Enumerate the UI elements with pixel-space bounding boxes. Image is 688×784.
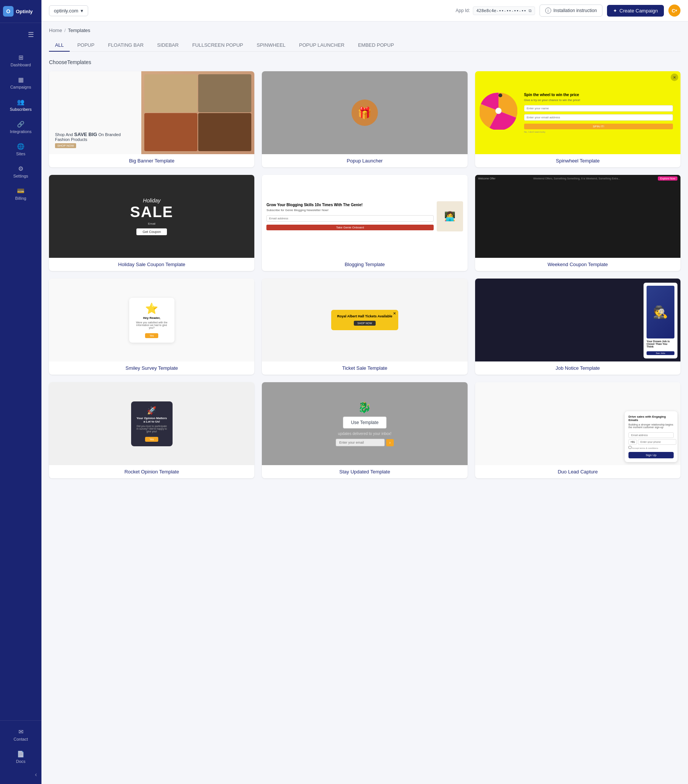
sidebar-item-sites[interactable]: 🌐 Sites (0, 138, 41, 161)
template-name: Popup Launcher (262, 154, 467, 167)
sidebar-item-dashboard[interactable]: ⊞ Dashboard (0, 49, 41, 72)
template-card-job-notice[interactable]: 🕵️ Your Dream Job is Closer Than You Thi… (475, 278, 680, 375)
template-name: Stay Updated Template (262, 465, 467, 478)
sidebar-item-docs[interactable]: 📄 Docs (0, 746, 41, 768)
content-area: Home / Templates ALL POPUP FLOATING BAR … (41, 21, 688, 784)
breadcrumb: Home / Templates (49, 28, 680, 33)
tab-embed-popup[interactable]: EMBED POPUP (352, 39, 400, 52)
tab-popup[interactable]: POPUP (71, 39, 100, 52)
breadcrumb-current: Templates (68, 28, 90, 33)
tab-spinwheel[interactable]: SPINWHEEL (250, 39, 291, 52)
logo-icon: O (3, 6, 13, 16)
template-name: Blogging Template (262, 258, 467, 271)
use-template-button[interactable]: Use Template (127, 209, 177, 223)
template-name: Rocket Opinion Template (49, 465, 254, 478)
template-name: Weekend Coupon Template (475, 258, 680, 271)
sidebar-item-contact[interactable]: ✉ Contact (0, 724, 41, 746)
domain-text: optinly.com (54, 8, 78, 13)
use-template-button[interactable]: Use Template (553, 313, 603, 327)
template-card-stay-updated[interactable]: 🐉 Use Template updates delivered to your… (262, 382, 467, 478)
sidebar-bottom: ✉ Contact 📄 Docs ‹ (0, 720, 41, 784)
sidebar-item-subscribers[interactable]: 👥 Subscribers (0, 94, 41, 116)
docs-icon: 📄 (17, 751, 25, 758)
sidebar-nav: ⊞ Dashboard ▦ Campaigns 👥 Subscribers 🔗 … (0, 46, 41, 720)
template-preview-duo-lead: Drive sales with Engaging Emails Buildin… (475, 382, 680, 465)
use-template-button[interactable]: Use Template (553, 209, 603, 223)
template-card-weekend-coupon[interactable]: Welcome Offer Weekend Offers, Something … (475, 175, 680, 271)
template-preview-stay-updated: 🐉 Use Template updates delivered to your… (262, 382, 467, 465)
template-name: Spinwheel Template (475, 154, 680, 167)
user-avatar[interactable]: C ▾ (668, 5, 680, 16)
chevron-down-icon: ▾ (81, 8, 83, 13)
use-template-button[interactable]: Use Template (127, 417, 177, 430)
chevron-down-icon: ▾ (675, 9, 677, 12)
sidebar-item-label: Contact (13, 737, 28, 741)
copy-icon[interactable]: ⧉ (528, 8, 532, 13)
template-name: Ticket Sale Template (262, 361, 467, 375)
template-grid: Shop And SAVE BIG On Branded Fashion Pro… (49, 71, 680, 478)
sidebar-item-label: Campaigns (10, 85, 31, 89)
template-preview-job-notice: 🕵️ Your Dream Job is Closer Than You Thi… (475, 278, 680, 361)
create-campaign-button[interactable]: ✦ Create Campaign (607, 5, 664, 16)
campaigns-icon: ▦ (18, 76, 24, 83)
app-id-label: App Id: (456, 8, 470, 13)
use-template-button[interactable]: Use Template (553, 106, 603, 120)
domain-selector[interactable]: optinly.com ▾ (49, 5, 88, 16)
app-id-section: App Id: 428e8c4e-••-••-••-•• ⧉ (456, 7, 535, 15)
template-preview-holiday-sale: Holiday SALE Email Get Coupon Use Templa… (49, 175, 254, 258)
sidebar-item-integrations[interactable]: 🔗 Integrations (0, 116, 41, 138)
tab-sidebar[interactable]: SIDEBAR (151, 39, 184, 52)
breadcrumb-separator: / (64, 28, 66, 33)
template-preview-blogging: Grow Your Blogging Skills 10x Times With… (262, 175, 467, 258)
logo-text: Optinly (16, 9, 33, 14)
sidebar-item-label: Settings (13, 174, 28, 178)
dashboard-icon: ⊞ (18, 54, 23, 61)
use-template-button[interactable]: Use Template (127, 313, 177, 327)
sidebar-item-settings[interactable]: ⚙ Settings (0, 161, 41, 183)
template-card-blogging[interactable]: Grow Your Blogging Skills 10x Times With… (262, 175, 467, 271)
sidebar-item-label: Integrations (10, 129, 31, 134)
sidebar-item-label: Dashboard (11, 63, 31, 67)
tab-fullscreen-popup[interactable]: FULLSCREEN POPUP (186, 39, 249, 52)
template-card-popup-launcher[interactable]: 🎁 Use Template Popup Launcher (262, 71, 467, 167)
info-icon: i (545, 8, 551, 13)
sidebar-item-label: Subscribers (10, 107, 32, 112)
template-name: Holiday Sale Coupon Template (49, 258, 254, 271)
template-card-smiley-survey[interactable]: ⭐ Hey Reader, Were you satisfied with th… (49, 278, 254, 375)
sidebar-item-label: Sites (16, 152, 25, 156)
template-name: Duo Lead Capture (475, 465, 680, 478)
template-card-spinwheel[interactable]: ✕ (475, 71, 680, 167)
template-card-holiday-sale[interactable]: Holiday SALE Email Get Coupon Use Templa… (49, 175, 254, 271)
tab-all[interactable]: ALL (49, 39, 70, 52)
use-template-button[interactable]: Use Template (127, 106, 177, 120)
sidebar-item-label: Docs (16, 759, 25, 764)
template-name: Job Notice Template (475, 361, 680, 375)
topbar: optinly.com ▾ App Id: 428e8c4e-••-••-••-… (41, 0, 688, 21)
template-card-big-banner[interactable]: Shop And SAVE BIG On Branded Fashion Pro… (49, 71, 254, 167)
use-template-button[interactable]: Use Template (339, 209, 390, 223)
sidebar-item-campaigns[interactable]: ▦ Campaigns (0, 72, 41, 94)
use-template-button[interactable]: Use Template (339, 417, 390, 430)
use-template-button[interactable]: Use Template (339, 106, 390, 120)
main-content: optinly.com ▾ App Id: 428e8c4e-••-••-••-… (41, 0, 688, 784)
use-template-button[interactable]: Use Template (553, 417, 603, 430)
contact-icon: ✉ (18, 728, 23, 735)
tab-floating-bar[interactable]: FLOATING BAR (102, 39, 150, 52)
tab-popup-launcher[interactable]: POPUP LAUNCHER (293, 39, 351, 52)
hamburger-menu-icon[interactable]: ☰ (23, 26, 38, 43)
subscribers-icon: 👥 (17, 98, 25, 105)
breadcrumb-home[interactable]: Home (49, 28, 62, 33)
template-card-ticket-sale[interactable]: ✕ Royal Albert Hall Tickets Available SH… (262, 278, 467, 375)
use-template-button[interactable]: Use Template (339, 313, 390, 327)
sidebar-collapse-button[interactable]: ‹ (0, 768, 41, 781)
template-name: Big Banner Template (49, 154, 254, 167)
plus-icon: ✦ (613, 8, 617, 13)
template-preview-rocket-opinion: 🚀 Your Opinion Matters a Lot to Us! Did … (49, 382, 254, 465)
sidebar-item-billing[interactable]: 💳 Billing (0, 183, 41, 205)
section-title: ChooseTemplates (49, 59, 680, 65)
installation-instruction-button[interactable]: i Installation instruction (540, 5, 602, 16)
app-id-value: 428e8c4e-••-••-••-•• ⧉ (473, 7, 535, 15)
template-preview-popup-launcher: 🎁 Use Template (262, 71, 467, 154)
template-card-duo-lead[interactable]: Drive sales with Engaging Emails Buildin… (475, 382, 680, 478)
template-card-rocket-opinion[interactable]: 🚀 Your Opinion Matters a Lot to Us! Did … (49, 382, 254, 478)
